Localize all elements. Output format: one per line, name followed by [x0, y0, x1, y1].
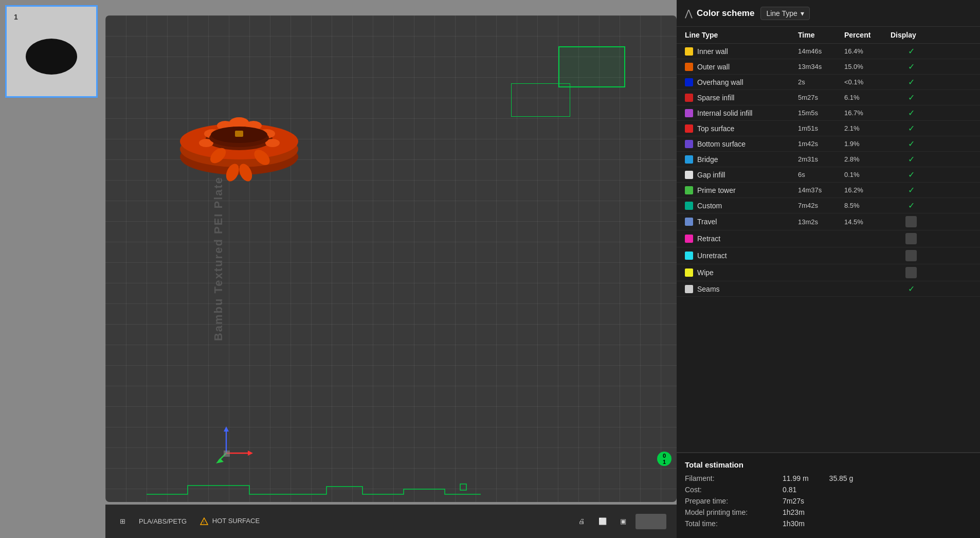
- line-type-name: Internal solid infill: [697, 109, 752, 117]
- table-row: Travel13m2s14.5%: [677, 213, 980, 230]
- layer-indicator: 01: [657, 452, 672, 466]
- table-row: Bottom surface1m42s1.9%✓: [677, 136, 980, 152]
- cell-display[interactable]: ✓: [891, 170, 932, 180]
- display-check[interactable]: ✓: [908, 108, 915, 118]
- color-swatch: [685, 235, 693, 243]
- filament-label: Filament:: [685, 474, 767, 482]
- toolbar-layers-icon[interactable]: ▣: [616, 515, 630, 527]
- total-row: Total time: 1h30m: [685, 519, 972, 528]
- display-check[interactable]: ✓: [908, 62, 915, 71]
- display-check[interactable]: ✓: [908, 139, 915, 149]
- cell-display[interactable]: ✓: [891, 284, 932, 294]
- display-check[interactable]: ✓: [908, 123, 915, 133]
- cell-display[interactable]: [891, 216, 932, 227]
- cell-display[interactable]: ✓: [891, 108, 932, 118]
- display-hidden[interactable]: [905, 267, 917, 278]
- toolbar-grid-icon[interactable]: ⊞: [116, 515, 130, 527]
- cell-time: 7m42s: [798, 202, 844, 209]
- cell-name: Wipe: [685, 268, 798, 277]
- color-swatch: [685, 202, 693, 210]
- total-label: Total time:: [685, 519, 767, 528]
- display-check[interactable]: ✓: [908, 93, 915, 102]
- color-swatch: [685, 155, 693, 164]
- line-type-name: Bridge: [697, 155, 718, 164]
- prepare-label: Prepare time:: [685, 497, 767, 505]
- display-check[interactable]: ✓: [908, 46, 915, 56]
- table-row: Retract: [677, 230, 980, 247]
- bottom-toolbar: ⊞ PLA/ABS/PETG ! HOT SURFACE 🖨 ⬜ ▣: [105, 505, 677, 538]
- total-value: 1h30m: [783, 519, 805, 528]
- cell-name: Inner wall: [685, 47, 798, 56]
- toolbar-print-icon[interactable]: 🖨: [574, 515, 589, 527]
- cell-percent: 16.2%: [844, 186, 891, 194]
- display-check[interactable]: ✓: [908, 284, 915, 294]
- color-swatch: [685, 47, 693, 56]
- cell-display[interactable]: ✓: [891, 154, 932, 164]
- line-type-name: Wipe: [697, 268, 714, 277]
- color-swatch: [685, 140, 693, 148]
- table-header: Line Type Time Percent Display: [677, 27, 980, 44]
- cell-display[interactable]: [891, 250, 932, 261]
- display-check[interactable]: ✓: [908, 77, 915, 87]
- table-row: Seams✓: [677, 281, 980, 297]
- toolbar-preview: [636, 514, 666, 529]
- cell-display[interactable]: ✓: [891, 201, 932, 210]
- cell-display[interactable]: [891, 267, 932, 278]
- line-type-name: Retract: [697, 235, 720, 243]
- cell-display[interactable]: ✓: [891, 185, 932, 195]
- cell-percent: 16.7%: [844, 109, 891, 117]
- cell-display[interactable]: ✓: [891, 93, 932, 102]
- color-swatch: [685, 285, 693, 293]
- cell-percent: 2.1%: [844, 124, 891, 132]
- thumbnail-preview[interactable]: 1: [5, 5, 98, 98]
- cell-time: 6s: [798, 171, 844, 178]
- toolbar-box-icon[interactable]: ⬜: [594, 515, 611, 527]
- model-row: Model printing time: 1h23m: [685, 508, 972, 516]
- table-row: Overhang wall2s<0.1%✓: [677, 75, 980, 90]
- svg-marker-26: [216, 458, 224, 463]
- cell-display[interactable]: ✓: [891, 139, 932, 149]
- cell-time: 2m31s: [798, 155, 844, 163]
- cell-display[interactable]: ✓: [891, 123, 932, 133]
- svg-text:!: !: [204, 520, 205, 525]
- display-check[interactable]: ✓: [908, 170, 915, 180]
- cell-display[interactable]: ✓: [891, 62, 932, 71]
- cell-name: Top surface: [685, 124, 798, 133]
- cell-name: Seams: [685, 285, 798, 293]
- display-check[interactable]: ✓: [908, 201, 915, 210]
- display-check[interactable]: ✓: [908, 185, 915, 195]
- collapse-icon[interactable]: ⋀: [685, 8, 693, 19]
- cost-value: 0.81: [783, 486, 796, 494]
- table-row: Gap infill6s0.1%✓: [677, 167, 980, 183]
- line-type-name: Custom: [697, 202, 722, 210]
- svg-marker-24: [248, 451, 253, 456]
- display-hidden[interactable]: [905, 216, 917, 227]
- 3d-model: [167, 67, 301, 190]
- display-hidden[interactable]: [905, 233, 917, 244]
- svg-marker-22: [224, 426, 229, 432]
- table-row: Custom7m42s8.5%✓: [677, 198, 980, 213]
- cell-name: Sparse infill: [685, 94, 798, 102]
- filament-weight: 35.85 g: [829, 474, 854, 482]
- cell-percent: 6.1%: [844, 94, 891, 101]
- model-label: Model printing time:: [685, 508, 767, 516]
- col-line-type: Line Type: [685, 31, 798, 39]
- line-type-dropdown[interactable]: Line Type ▾: [760, 7, 809, 20]
- color-swatch: [685, 109, 693, 117]
- line-type-table: Inner wall14m46s16.4%✓Outer wall13m34s15…: [677, 44, 980, 452]
- cell-display[interactable]: [891, 233, 932, 244]
- line-type-name: Seams: [697, 285, 720, 293]
- cell-time: 13m2s: [798, 218, 844, 226]
- display-hidden[interactable]: [905, 250, 917, 261]
- print-bed: Bambu Textured PEI Plate: [105, 15, 677, 502]
- display-check[interactable]: ✓: [908, 154, 915, 164]
- table-row: Inner wall14m46s16.4%✓: [677, 44, 980, 59]
- cell-name: Bridge: [685, 155, 798, 164]
- green-inner-rect: [511, 83, 570, 117]
- cell-display[interactable]: ✓: [891, 46, 932, 56]
- table-row: Bridge2m31s2.8%✓: [677, 152, 980, 167]
- line-type-name: Gap infill: [697, 171, 725, 179]
- cell-name: Prime tower: [685, 186, 798, 194]
- cell-time: 5m27s: [798, 94, 844, 101]
- cell-display[interactable]: ✓: [891, 77, 932, 87]
